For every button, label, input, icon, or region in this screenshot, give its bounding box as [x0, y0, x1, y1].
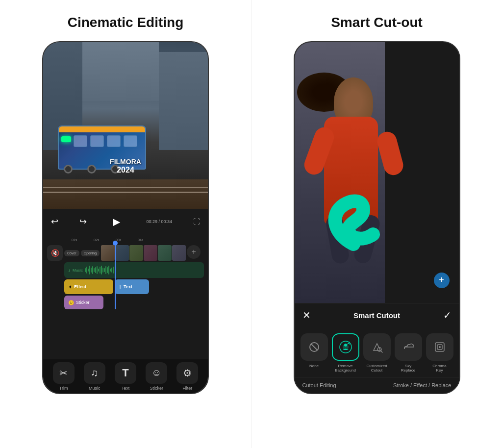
cutout-confirm-button[interactable]: ✓ [443, 309, 452, 321]
mute-icon-box[interactable]: 🔇 [47, 245, 63, 261]
filmora-logo: FILMORA [110, 158, 141, 166]
play-button[interactable]: ▶ [108, 213, 126, 230]
remove-bg-label: RemoveBackground [335, 364, 356, 373]
tracks [43, 179, 208, 209]
opening-label[interactable]: Opening [81, 250, 100, 256]
sticker-tool-label: Sticker [150, 386, 163, 391]
svg-point-3 [344, 344, 347, 347]
effect-icon: ✦ [68, 284, 72, 290]
main-container: Cinematic Editing [0, 0, 502, 448]
ruler-mark-4: 04s [138, 238, 160, 242]
scene-background: FILMORA 2024 [43, 42, 208, 209]
cutout-option-sky-replace[interactable]: SkyReplace [393, 333, 424, 373]
wave-bar [102, 268, 103, 273]
filter-tool-label: Filter [182, 386, 192, 391]
chroma-icon [434, 341, 446, 353]
sticker-track-row: 🙂 Sticker [47, 296, 204, 309]
cutout-option-none[interactable]: None [299, 333, 330, 373]
controls-bar: ↩ ↪ ▶ 00:29 / 00:34 ⛶ [43, 209, 208, 234]
wave-bar [107, 267, 108, 273]
tram-windows [74, 135, 137, 147]
video-track-row: 🔇 Cover Opening [47, 245, 204, 261]
cutout-title: Smart Cutout [353, 311, 400, 320]
wave-bar [97, 266, 98, 274]
clip-thumb-5[interactable] [158, 245, 172, 261]
right-phone-mockup: + ✕ Smart Cutout ✓ [294, 41, 460, 394]
left-panel: Cinematic Editing [0, 0, 251, 448]
cutout-option-chroma[interactable]: ChromaKey [424, 333, 455, 373]
clip-thumb-1[interactable] [101, 245, 115, 261]
tram-stripe [59, 126, 145, 132]
customized-icon [371, 341, 383, 353]
music-tool[interactable]: ♫ Music [84, 362, 105, 391]
wave-bar [89, 266, 90, 274]
none-icon-box [301, 333, 328, 361]
undo-button[interactable]: ↩ [51, 216, 58, 227]
clip-thumb-6[interactable] [172, 245, 186, 261]
chroma-icon-box [426, 333, 453, 361]
wave-bar [108, 266, 109, 274]
sticker-label: Sticker [76, 300, 90, 305]
redo-button[interactable]: ↪ [79, 216, 87, 227]
video-preview: FILMORA 2024 [43, 42, 208, 209]
filter-tool[interactable]: ⚙ Filter [176, 362, 198, 391]
timeline-area: 01s 02s 03s 04s 🔇 C [43, 234, 208, 359]
cutout-editing-label[interactable]: Cutout Editing [302, 382, 336, 388]
trim-label: Trim [59, 386, 68, 391]
sky [82, 42, 159, 101]
cutout-option-remove-bg[interactable]: RemoveBackground [330, 333, 361, 373]
cutout-option-customized[interactable]: CustomizedCutout [361, 333, 393, 373]
filter-tool-icon: ⚙ [176, 362, 198, 384]
clip-thumb-3[interactable] [129, 245, 143, 261]
text-tool-label: Text [122, 386, 130, 391]
svg-line-5 [381, 351, 382, 352]
left-phone-mockup: FILMORA 2024 ↩ ↪ ▶ 00:29 / 00:34 ⛶ [42, 41, 209, 394]
tram-window [90, 135, 104, 147]
sticker-icon: 🙂 [68, 300, 74, 305]
trim-tool[interactable]: ✂ Trim [53, 362, 75, 391]
text-tool-icon: T [115, 362, 136, 384]
wave-bar [91, 268, 92, 273]
cutout-edit-row: Cutout Editing Stroke / Effect / Replace [295, 377, 459, 393]
sky-replace-icon [402, 341, 414, 353]
clip-thumb-4[interactable] [144, 245, 157, 261]
music-label: Music [73, 268, 83, 273]
phone-screen: FILMORA 2024 ↩ ↪ ▶ 00:29 / 00:34 ⛶ [43, 42, 208, 393]
wave-bar [92, 266, 93, 274]
wave-bar [104, 268, 105, 272]
wheel [64, 165, 73, 174]
filmora-year: 2024 [110, 166, 141, 174]
sticker-tool[interactable]: ☺ Sticker [146, 362, 167, 391]
add-clip-button[interactable]: + [187, 245, 201, 259]
sticker-track[interactable]: 🙂 Sticker [64, 296, 103, 309]
wave-bar [105, 266, 106, 274]
fullscreen-button[interactable]: ⛶ [193, 218, 200, 225]
none-label: None [309, 364, 319, 369]
svg-line-1 [311, 344, 317, 350]
clip-thumb-2[interactable] [115, 245, 129, 261]
wave-bar [100, 267, 100, 274]
stroke-effect-label[interactable]: Stroke / Effect / Replace [393, 382, 451, 388]
waveform [85, 265, 200, 275]
wave-bar [94, 268, 95, 272]
clip-thumbnails [101, 245, 186, 261]
cutout-close-button[interactable]: ✕ [302, 309, 311, 321]
sky-replace-icon-box [395, 333, 422, 361]
progress-indicator[interactable]: + [434, 273, 450, 288]
playhead [115, 243, 116, 309]
bottom-toolbar: ✂ Trim ♫ Music T Text ☺ Sticker [43, 359, 208, 393]
cover-label[interactable]: Cover [64, 250, 79, 256]
effect-track[interactable]: ✦ Effect [64, 279, 113, 294]
wave-bar [95, 267, 96, 273]
text-track[interactable]: T Text [115, 279, 149, 294]
remove-bg-icon [339, 340, 352, 354]
cutout-header: ✕ Smart Cutout ✓ [295, 303, 459, 327]
track-line [43, 187, 208, 188]
music-track[interactable]: ♪ Music [64, 262, 204, 278]
text-icon: T [119, 284, 122, 290]
left-panel-title: Cinematic Editing [68, 15, 183, 30]
building-right [159, 52, 208, 150]
music-tool-icon: ♫ [84, 362, 105, 384]
tram-window [107, 135, 121, 147]
text-tool[interactable]: T Text [115, 362, 136, 391]
